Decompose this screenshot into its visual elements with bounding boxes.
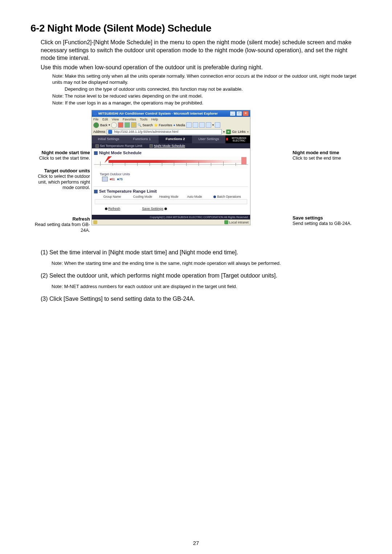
window-minimize-button[interactable] [230,111,236,116]
browser-toolbar: Back ▾ 🔍 Search ⭐ Favorites ● Media ▾ [92,122,250,128]
step-1: (1) Set the time interval in [Night mode… [41,249,363,266]
outdoor-unit-icon[interactable] [102,177,108,181]
browser-statusbar: Local intranet [92,219,250,225]
temp-range-table-header: Group Name Cooling Mode Heating Mode Aut… [95,195,247,198]
menu-help[interactable]: Help [151,118,158,121]
subtab-temp-range[interactable]: Set Temperature Range Limit [92,143,146,148]
intro-paragraphs: Click on [Function2]-[Night Mode Schedul… [30,38,363,71]
tab-functions1[interactable]: Functions 1 [125,135,159,143]
step-1-note: Note: When the starting time and the end… [52,260,363,266]
batch-dot-icon [213,196,216,198]
media-button[interactable]: ● Media [173,123,185,127]
section-heading: 6-2 Night Mode (Silent Mode) Schedule [30,22,363,34]
go-button[interactable]: ➔ [226,130,231,134]
discuss-icon[interactable] [215,122,220,128]
menu-file[interactable]: File [93,118,99,121]
target-units-row[interactable]: ■51 ■75 [102,177,248,181]
page-icon [108,130,112,134]
temp-range-icon [95,144,99,148]
forward-icon[interactable] [111,122,117,128]
panel-temp-range: Set Temperature Range Limit Group Name C… [94,186,248,204]
th-heating: Heating Mode [156,195,182,198]
mail-icon[interactable] [193,122,198,128]
favorites-button[interactable]: ⭐ Favorites [154,123,172,127]
menu-favorites[interactable]: Favorites [123,118,136,121]
callout-save-desc: Send setting data to GB-24A. [293,221,363,227]
status-zone: Local intranet [224,220,249,224]
step-2-text: (2) Select the outdoor unit, which perfo… [41,272,363,279]
links-label[interactable]: Links [238,130,246,134]
callout-start-time-desc: Click to set the start time. [30,156,90,161]
step-3-text: (3) Click [Save Settings] to send settin… [41,296,363,302]
go-label: Go [232,130,237,134]
edit-icon[interactable] [206,122,211,128]
callout-target-desc: Click to select the outdoor unit, which … [30,174,90,191]
step-2: (2) Select the outdoor unit, which perfo… [41,272,363,289]
window-maximize-button[interactable] [236,111,242,116]
done-icon [93,220,97,224]
intranet-zone-icon [224,220,228,224]
table-row[interactable] [95,199,247,204]
panel2-title: Set Temperature Range Limit [94,189,248,193]
browser-window: MITSUBISHI Air Conditioner Control Syste… [91,110,250,225]
address-field[interactable]: http://192.168.1.1/g-50/en/administrator… [107,129,221,135]
callouts-left-col: Night mode start time Click to set the s… [30,110,91,238]
app-chrome: Initial Settings Functions 1 Functions 2… [92,135,250,219]
menu-view[interactable]: View [112,118,119,121]
main-tabbar: Initial Settings Functions 1 Functions 2… [92,135,250,143]
end-time-handle[interactable] [241,157,246,164]
th-group-name: Group Name [95,195,130,198]
schedule-timeline[interactable] [94,156,248,169]
panel-action-links: Refresh Save Settings [94,204,248,212]
instructions-list: (1) Set the time interval in [Night mode… [41,249,363,302]
figure-with-callouts: Night mode start time Click to set the s… [30,110,363,238]
refresh-link[interactable]: Refresh [105,206,120,210]
outdoor-unit-addresses: ■51 ■75 [110,177,123,181]
search-button[interactable]: 🔍 Search [138,123,153,127]
step-1-text: (1) Set the time interval in [Night mode… [41,249,363,256]
tab-user-settings[interactable]: User Settings [192,135,225,143]
window-close-button[interactable] [243,111,249,116]
callout-target-title: Target outdoor units [30,168,90,174]
callout-start-time: Night mode start time Click to set the s… [30,150,91,161]
step-2-note: Note: M-NET address numbers for each out… [52,284,363,289]
tab-functions2[interactable]: Functions 2 [159,135,192,143]
back-button[interactable]: Back [100,123,107,127]
th-batch[interactable]: Batch Operations [207,195,245,198]
stop-icon[interactable] [118,122,123,128]
browser-menubar: File Edit View Favorites Tools Help [92,117,250,122]
home-icon[interactable] [131,122,136,128]
ie-icon [93,111,97,115]
callout-end-time-desc: Click to set the end time [293,156,363,161]
menu-tools[interactable]: Tools [140,118,147,121]
callouts-right-col: Night mode end time Click to set the end… [290,110,363,238]
browser-titlebar: MITSUBISHI Air Conditioner Control Syste… [92,110,250,117]
app-copyright: Copyright(C) 2004 MITSUBISHI ELECTRIC CO… [92,215,250,219]
tab-initial-settings[interactable]: Initial Settings [92,135,125,143]
subtab-night-mode[interactable]: Night Mode Schedule [146,143,189,148]
document-page: 6-2 Night Mode (Silent Mode) Schedule Cl… [0,0,392,554]
note-1b: Depending on the type of outdoor units c… [65,86,363,93]
save-settings-link[interactable]: Save Settings [142,206,167,210]
callout-save-title: Save settings [293,215,363,221]
brand-logo: MITSUBISHI ELECTRIC [225,135,250,143]
night-mode-range-bar[interactable] [109,160,246,163]
back-icon[interactable] [93,122,99,128]
print-icon[interactable] [199,122,205,128]
mitsubishi-logo-icon [226,138,228,140]
callout-refresh-desc: Read setting data from GB-24A. [30,222,90,233]
sub-tabbar: Set Temperature Range Limit Night Mode S… [92,143,250,148]
panel1-title: Night Mode Schedule [94,151,248,155]
history-icon[interactable] [186,122,192,128]
night-mode-icon [150,144,153,148]
target-units-label: Target Outdoor Units [100,172,248,176]
refresh-icon[interactable] [124,122,130,128]
panel-night-mode: Night Mode Schedule [92,148,250,215]
note-2: Note: The noise level to be reduced vari… [52,93,363,99]
callout-end-time: Night mode end time Click to set the end… [290,150,363,161]
address-label: Address [93,130,105,134]
callout-refresh: Refresh Read setting data from GB-24A. [30,216,91,234]
menu-edit[interactable]: Edit [102,118,108,121]
callout-target-units: Target outdoor units Click to select the… [30,168,91,191]
callout-refresh-title: Refresh [30,216,90,222]
